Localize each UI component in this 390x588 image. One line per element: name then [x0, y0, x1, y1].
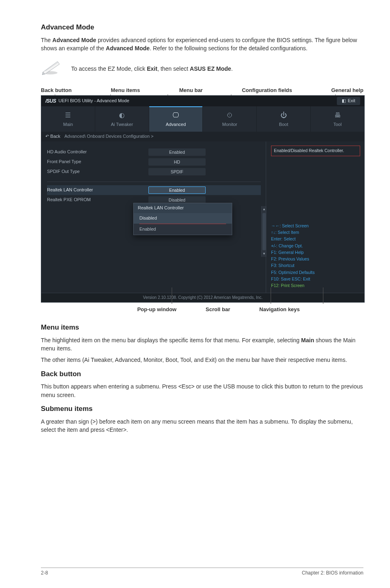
monitor-icon: 🖵 [173, 110, 179, 120]
key-hint: F3: Shortcut [271, 262, 360, 269]
back-label: Back [50, 134, 60, 139]
heading-menu-items: Menu items [41, 323, 363, 333]
tab-boot[interactable]: ⏻ Boot [257, 106, 311, 132]
power-icon: ⏻ [280, 110, 287, 120]
pencil-icon [41, 59, 62, 78]
exit-button[interactable]: ◧ Exit [337, 97, 360, 105]
tab-label: Tool [333, 121, 341, 128]
paragraph-advanced-mode: The Advanced Mode provides advanced opti… [41, 36, 363, 53]
bios-footer: Version 2.10.1208. Copyright (C) 2012 Am… [41, 293, 364, 302]
tweaker-icon: ◐ [119, 110, 125, 120]
row-spdif[interactable]: SPDIF Out Type SPDIF [47, 167, 261, 177]
text-bold: Main [301, 337, 314, 343]
chevron-up-icon[interactable]: ▲ [262, 207, 266, 212]
navigation-keys: →←: Select Screen ↑↓: Select Item Enter:… [271, 222, 360, 289]
tab-ai-tweaker[interactable]: ◐ Ai Tweaker [95, 106, 149, 132]
key-hint: ↑↓: Select Item [271, 229, 360, 236]
label-nav: Navigation keys [259, 306, 300, 314]
figure-top-labels: Back button Menu items Menu bar Configur… [41, 87, 363, 94]
heading-advanced-mode: Advanced Mode [41, 22, 363, 33]
key-hint: →←: Select Screen [271, 222, 360, 229]
breadcrumb-path: Advanced\ Onboard Devices Configuration … [65, 133, 154, 140]
gauge-icon: ⏲ [226, 110, 233, 120]
tab-main[interactable]: ☰ Main [41, 106, 95, 132]
key-hint: Enter: Select [271, 236, 360, 242]
row-front-panel[interactable]: Front Panel Type HD [47, 157, 261, 167]
row-label: Realtek LAN Controller [47, 187, 145, 193]
text: The [41, 37, 52, 43]
tab-label: Main [63, 121, 73, 128]
paragraph-submenu-items: A greater than sign (>) before each item… [41, 417, 363, 434]
heading-submenu-items: Submenu items [41, 404, 363, 414]
arrow-left-icon: ↶ [45, 134, 49, 139]
row-label: Front Panel Type [47, 159, 145, 165]
text: To access the EZ Mode, click [71, 65, 147, 72]
chapter-label: Chapter 2: BIOS information [302, 570, 363, 577]
paragraph-menu-items-2: The other items (Ai Tweaker, Advanced, M… [41, 356, 363, 364]
tab-label: Monitor [222, 121, 238, 128]
label-general-help: General help [331, 87, 363, 94]
text: , then select [157, 65, 190, 72]
back-button[interactable]: ↶ Back [45, 133, 61, 140]
tab-label: Boot [279, 121, 288, 128]
row-label: SPDIF Out Type [47, 168, 145, 175]
popup-title: Realtek LAN Controller [134, 203, 232, 213]
text-bold: Advanced Mode [52, 37, 96, 43]
tab-label: Ai Tweaker [111, 121, 133, 128]
row-value[interactable]: HD [148, 158, 206, 166]
key-hint: F5: Optimized Defaults [271, 269, 360, 276]
label-scroll: Scroll bar [206, 306, 230, 314]
text-bold: Advanced Mode [106, 45, 150, 52]
guide-line [323, 287, 323, 304]
guide-line [271, 287, 271, 304]
row-realtek-lan[interactable]: Realtek LAN Controller Enabled [47, 185, 261, 195]
text: . Refer to the following sections for th… [150, 45, 307, 52]
scroll-thumb[interactable] [262, 213, 266, 250]
bios-tabs: ☰ Main ◐ Ai Tweaker 🖵 Advanced ⏲ Monitor… [41, 106, 364, 132]
chevron-down-icon[interactable]: ▼ [262, 251, 266, 256]
label-popup: Pop-up window [137, 306, 177, 314]
popup-option-disabled[interactable]: Disabled [134, 213, 232, 224]
asus-logo: /SUS [45, 98, 56, 105]
label-back-button: Back button [41, 87, 72, 94]
tab-monitor[interactable]: ⏲ Monitor [203, 106, 257, 132]
tab-label: Advanced [166, 121, 186, 128]
exit-label: Exit [348, 98, 355, 104]
label-config-fields: Configuration fields [242, 87, 292, 94]
key-hint: F12: Print Screen [271, 282, 360, 289]
paragraph-menu-items-1: The highlighted item on the menu bar dis… [41, 336, 363, 353]
row-value[interactable]: Enabled [148, 186, 206, 194]
note-text: To access the EZ Mode, click Exit, then … [71, 65, 233, 73]
bios-screenshot: /SUS UEFI BIOS Utility - Advanced Mode ◧… [41, 95, 365, 303]
key-hint: +/-: Change Opt. [271, 242, 360, 249]
row-value[interactable]: Enabled [148, 148, 206, 156]
text: . [231, 65, 233, 72]
key-hint: F2: Previous Values [271, 256, 360, 262]
text-bold: Exit [147, 65, 157, 72]
text: The highlighted item on the menu bar dis… [41, 337, 301, 343]
popup-option-enabled[interactable]: Enabled [134, 224, 232, 235]
guide-line [172, 287, 172, 304]
key-hint: F1: General Help [271, 249, 360, 256]
settings-list: HD Audio Controller Enabled Front Panel … [41, 141, 266, 293]
bios-title: UEFI BIOS Utility - Advanced Mode [58, 98, 129, 104]
popup-window: Realtek LAN Controller Disabled Enabled [133, 203, 232, 235]
text-bold: ASUS EZ Mode [190, 65, 231, 72]
bios-titlebar: /SUS UEFI BIOS Utility - Advanced Mode ◧… [41, 96, 364, 106]
row-value[interactable]: SPDIF [148, 168, 206, 175]
general-help-text: Enabled/Disabled Realtek Controller. [271, 146, 360, 156]
page-number: 2-8 [41, 570, 48, 577]
help-panel: Enabled/Disabled Realtek Controller. →←:… [266, 141, 364, 293]
list-icon: ☰ [65, 110, 71, 120]
figure-bottom-labels: Pop-up window Scroll bar Navigation keys [41, 306, 363, 314]
note: To access the EZ Mode, click Exit, then … [41, 59, 363, 78]
row-label: Realtek PXE OPROM [47, 197, 145, 203]
divider [47, 182, 261, 182]
row-label: HD Audio Controller [47, 149, 145, 155]
breadcrumb: ↶ Back Advanced\ Onboard Devices Configu… [41, 132, 364, 141]
tab-advanced[interactable]: 🖵 Advanced [149, 106, 203, 132]
tab-tool[interactable]: 🖶 Tool [311, 106, 364, 132]
row-hd-audio[interactable]: HD Audio Controller Enabled [47, 147, 261, 157]
page-footer: 2-8 Chapter 2: BIOS information [41, 568, 363, 577]
label-menu-bar: Menu bar [179, 87, 203, 94]
